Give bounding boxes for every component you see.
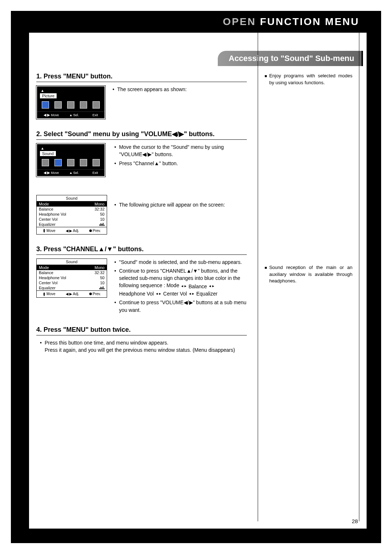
osd-icon-function bbox=[80, 159, 87, 166]
double-arrow-icon bbox=[181, 284, 187, 289]
dot-icon bbox=[89, 229, 92, 232]
osd-label: Picture bbox=[40, 93, 57, 98]
osd-icon-screen bbox=[67, 101, 74, 109]
up-down-icon: ▲▼ bbox=[42, 228, 46, 233]
left-right-icon bbox=[44, 113, 50, 117]
header-open: OPEN bbox=[223, 16, 256, 27]
dot-icon bbox=[89, 171, 92, 174]
table-row: Headphone Vol50 bbox=[37, 212, 107, 217]
step1-text: The screen appears as shown: bbox=[117, 86, 187, 93]
table-row: Equalizer bbox=[37, 285, 107, 290]
osd-icon-setup bbox=[93, 159, 100, 166]
double-arrow-icon bbox=[155, 292, 162, 296]
side-notes: Enjoy programs with selected modes by us… bbox=[258, 33, 359, 521]
step3-heading: 3. Press "CHANNEL▲/▼" buttons. bbox=[36, 245, 247, 255]
left-right-icon bbox=[66, 292, 72, 296]
main-content: 1. Press "MENU" button. ▲ Picture bbox=[36, 33, 247, 521]
table-row: Balance32:32 bbox=[37, 207, 107, 212]
step-4: 4. Press "MENU" button twice. Press this… bbox=[36, 326, 247, 354]
left-right-icon bbox=[44, 171, 50, 175]
header-title: FUNCTION MENU bbox=[260, 16, 359, 27]
table-row: ModeMono bbox=[37, 265, 107, 270]
table-row: Equalizer bbox=[37, 222, 107, 227]
step1-heading: 1. Press "MENU" button. bbox=[36, 73, 247, 82]
dot-icon bbox=[89, 293, 92, 295]
osd-picture: ▲ Picture Move ▲ Sel. bbox=[36, 86, 105, 119]
table-row: Balance32:32 bbox=[37, 270, 107, 275]
osd-icon-sound bbox=[54, 101, 62, 109]
step-3: 3. Press "CHANNEL▲/▼" buttons. Sound Mod… bbox=[36, 245, 247, 315]
table-row: Center Vol10 bbox=[37, 280, 107, 285]
osd-icon-row bbox=[37, 100, 105, 111]
osd-sound: ▲ Sound Move bbox=[36, 143, 105, 177]
double-arrow-icon bbox=[208, 284, 215, 289]
page-number: 28 bbox=[352, 518, 358, 524]
osd-icon-picture bbox=[42, 159, 49, 166]
sound-submenu: Sound ModeMono Balance32:32 Headphone Vo… bbox=[36, 195, 107, 235]
up-arrow-icon: ▲ bbox=[37, 89, 105, 93]
osd-icon-picture bbox=[42, 101, 49, 109]
osd-icon-sound bbox=[54, 159, 62, 166]
sound-submenu: Sound ModeMono Balance32:32 Headphone Vo… bbox=[36, 258, 107, 298]
up-arrow-icon: ▲ bbox=[37, 146, 105, 150]
osd-icon-function bbox=[80, 101, 87, 109]
table-row: Center Vol10 bbox=[37, 217, 107, 222]
page-header: OPEN FUNCTION MENU bbox=[223, 16, 359, 28]
osd-label: Sound bbox=[40, 151, 56, 156]
step2-heading: 2. Select "Sound" menu by using "VOLUME◀… bbox=[36, 130, 247, 140]
dot-icon bbox=[89, 114, 92, 116]
table-row: ModeMono bbox=[37, 201, 107, 207]
note-1: Enjoy programs with selected modes by us… bbox=[265, 73, 352, 86]
osd-icon-setup bbox=[93, 101, 100, 109]
left-right-icon bbox=[66, 229, 72, 233]
up-down-icon: ▲▼ bbox=[42, 292, 46, 297]
osd-icon-screen bbox=[67, 159, 74, 166]
double-arrow-icon bbox=[188, 292, 195, 296]
step-1: 1. Press "MENU" button. ▲ Picture bbox=[36, 73, 247, 119]
step-2: 2. Select "Sound" menu by using "VOLUME◀… bbox=[36, 130, 247, 235]
table-row: Headphone Vol50 bbox=[37, 275, 107, 280]
note-2: Sound reception of the main or an auxili… bbox=[265, 264, 352, 285]
step4-heading: 4. Press "MENU" button twice. bbox=[36, 326, 247, 335]
